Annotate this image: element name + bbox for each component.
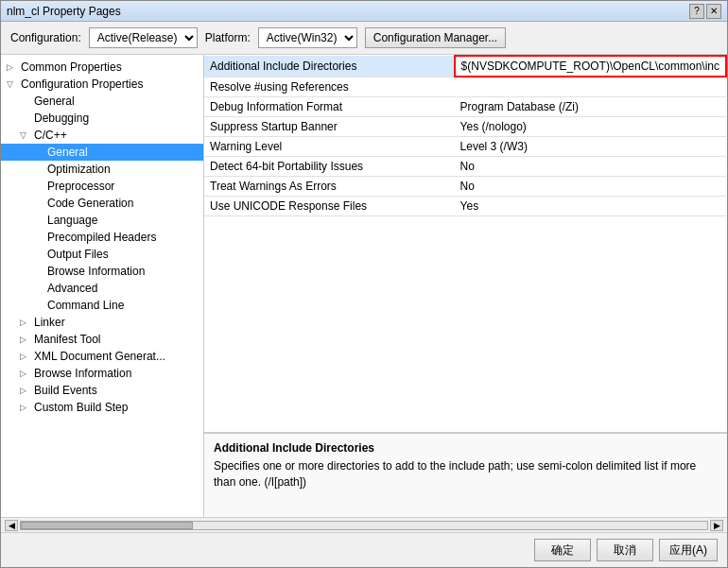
prop-value-5[interactable]: No <box>455 156 726 176</box>
title-bar-buttons: ? ✕ <box>689 4 721 19</box>
tree-item-precompiled-headers[interactable]: Precompiled Headers <box>1 229 203 246</box>
tree-label-browse-info: Browse Information <box>34 367 131 380</box>
tree-label-output-files: Output Files <box>47 248 109 261</box>
tree-arrow-linker: ▷ <box>20 318 31 327</box>
tree-arrow-xml-doc-gen: ▷ <box>20 352 31 361</box>
tree-label-xml-doc-gen: XML Document Generat... <box>34 350 165 363</box>
prop-row-0[interactable]: Additional Include Directories$(NVSDKCOM… <box>204 56 726 77</box>
tree-item-advanced[interactable]: Advanced <box>1 280 203 297</box>
tree-label-linker: Linker <box>34 316 65 329</box>
config-label: Configuration: <box>10 31 81 44</box>
properties-grid: Additional Include Directories$(NVSDKCOM… <box>204 55 727 216</box>
scroll-left-btn[interactable]: ◀ <box>5 520 18 531</box>
cancel-button[interactable]: 取消 <box>597 539 653 561</box>
tree-item-preprocessor[interactable]: Preprocessor <box>1 178 203 195</box>
prop-row-3[interactable]: Suppress Startup BannerYes (/nologo) <box>204 116 726 136</box>
prop-value-6[interactable]: No <box>455 176 726 196</box>
tree-item-config-props[interactable]: ▽Configuration Properties <box>1 76 203 93</box>
prop-row-2[interactable]: Debug Information FormatProgram Database… <box>204 96 726 116</box>
prop-value-2[interactable]: Program Database (/Zi) <box>455 96 726 116</box>
tree-label-preprocessor: Preprocessor <box>47 180 114 193</box>
prop-name-5: Detect 64-bit Portability Issues <box>204 156 455 176</box>
help-button[interactable]: ? <box>689 4 704 19</box>
tree-label-language: Language <box>47 214 97 227</box>
prop-value-3[interactable]: Yes (/nologo) <box>455 116 726 136</box>
desc-title: Additional Include Directories <box>214 441 718 455</box>
tree-item-linker[interactable]: ▷Linker <box>1 314 203 331</box>
scroll-thumb-h[interactable] <box>21 522 193 529</box>
tree-item-cpp[interactable]: ▽C/C++ <box>1 127 203 144</box>
prop-name-1: Resolve #using References <box>204 77 455 96</box>
window-title: nlm_cl Property Pages <box>7 5 121 18</box>
tree-item-browse-info-sub[interactable]: Browse Information <box>1 263 203 280</box>
platform-select[interactable]: Active(Win32) <box>258 27 357 48</box>
prop-value-1[interactable] <box>455 77 726 96</box>
tree-arrow-browse-info: ▷ <box>20 369 31 378</box>
desc-text: Specifies one or more directories to add… <box>214 458 718 491</box>
tree-label-manifest-tool: Manifest Tool <box>34 333 100 346</box>
tree-panel: ▷Common Properties▽Configuration Propert… <box>1 55 204 517</box>
tree-label-common-props: Common Properties <box>21 60 122 74</box>
tree-item-general[interactable]: General <box>1 93 203 110</box>
platform-label: Platform: <box>205 31 251 44</box>
right-panel: Additional Include Directories$(NVSDKCOM… <box>204 55 727 517</box>
property-pages-window: nlm_cl Property Pages ? ✕ Configuration:… <box>0 0 728 568</box>
prop-name-6: Treat Warnings As Errors <box>204 176 455 196</box>
tree-item-cpp-general[interactable]: General <box>1 144 203 161</box>
prop-row-4[interactable]: Warning LevelLevel 3 (/W3) <box>204 136 726 156</box>
description-panel: Additional Include Directories Specifies… <box>204 432 727 517</box>
tree-item-xml-doc-gen[interactable]: ▷XML Document Generat... <box>1 348 203 365</box>
tree-item-common-props[interactable]: ▷Common Properties <box>1 59 203 76</box>
tree-label-code-generation: Code Generation <box>47 197 133 210</box>
prop-value-0[interactable]: $(NVSDKCOMPUTE_ROOT)\OpenCL\common\inc <box>455 56 726 77</box>
prop-name-0: Additional Include Directories <box>204 56 455 77</box>
configuration-manager-button[interactable]: Configuration Manager... <box>365 27 506 48</box>
tree-label-cpp-general: General <box>47 146 88 159</box>
config-bar: Configuration: Active(Release) Platform:… <box>1 22 727 55</box>
tree-label-custom-build: Custom Build Step <box>34 401 128 414</box>
tree-item-code-generation[interactable]: Code Generation <box>1 195 203 212</box>
tree-item-debugging[interactable]: Debugging <box>1 110 203 127</box>
config-select[interactable]: Active(Release) <box>89 27 198 48</box>
tree-item-output-files[interactable]: Output Files <box>1 246 203 263</box>
prop-name-7: Use UNICODE Response Files <box>204 196 455 215</box>
tree-label-precompiled-headers: Precompiled Headers <box>47 231 156 244</box>
prop-name-4: Warning Level <box>204 136 455 156</box>
tree-item-language[interactable]: Language <box>1 212 203 229</box>
tree-item-build-events[interactable]: ▷Build Events <box>1 382 203 399</box>
prop-row-1[interactable]: Resolve #using References <box>204 77 726 96</box>
bottom-bar: 确定 取消 应用(A) <box>1 532 727 567</box>
tree-label-build-events: Build Events <box>34 384 97 397</box>
tree-arrow-config-props: ▽ <box>7 79 18 89</box>
close-button[interactable]: ✕ <box>706 4 721 19</box>
tree-label-command-line: Command Line <box>47 299 124 312</box>
tree-label-cpp: C/C++ <box>34 129 67 142</box>
bottom-scrollbar[interactable]: ◀ ▶ <box>1 517 727 532</box>
tree-item-browse-info[interactable]: ▷Browse Information <box>1 365 203 382</box>
main-content: ▷Common Properties▽Configuration Propert… <box>1 55 727 517</box>
tree-arrow-cpp: ▽ <box>20 130 31 140</box>
ok-button[interactable]: 确定 <box>534 539 591 561</box>
tree-label-advanced: Advanced <box>47 282 97 295</box>
tree-item-command-line[interactable]: Command Line <box>1 297 203 314</box>
property-table: Additional Include Directories$(NVSDKCOM… <box>204 55 727 432</box>
tree-arrow-custom-build: ▷ <box>20 403 31 412</box>
tree-arrow-manifest-tool: ▷ <box>20 335 31 344</box>
prop-value-4[interactable]: Level 3 (/W3) <box>455 136 726 156</box>
tree-item-custom-build[interactable]: ▷Custom Build Step <box>1 399 203 416</box>
tree-label-config-props: Configuration Properties <box>21 77 143 91</box>
tree-label-debugging: Debugging <box>34 112 89 125</box>
scroll-right-btn[interactable]: ▶ <box>710 520 723 531</box>
tree-label-general: General <box>34 95 75 108</box>
tree-item-optimization[interactable]: Optimization <box>1 161 203 178</box>
prop-row-6[interactable]: Treat Warnings As ErrorsNo <box>204 176 726 196</box>
tree-arrow-build-events: ▷ <box>20 386 31 395</box>
prop-value-7[interactable]: Yes <box>455 196 726 215</box>
scroll-track-h[interactable] <box>20 521 708 530</box>
apply-button[interactable]: 应用(A) <box>659 539 718 561</box>
prop-row-7[interactable]: Use UNICODE Response FilesYes <box>204 196 726 215</box>
title-bar: nlm_cl Property Pages ? ✕ <box>1 1 727 22</box>
tree-label-optimization: Optimization <box>47 163 111 176</box>
prop-row-5[interactable]: Detect 64-bit Portability IssuesNo <box>204 156 726 176</box>
tree-item-manifest-tool[interactable]: ▷Manifest Tool <box>1 331 203 348</box>
